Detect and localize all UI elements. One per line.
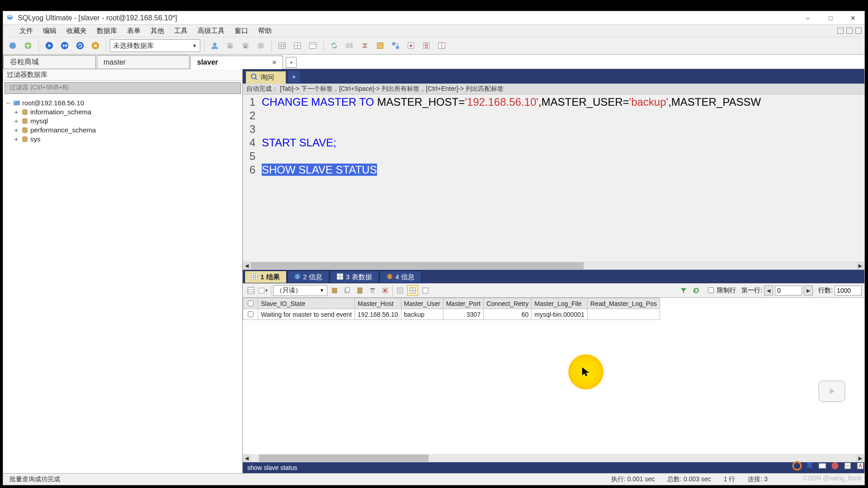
stop-button[interactable] — [89, 39, 102, 52]
tree-database-node[interactable]: +sys — [5, 134, 241, 143]
next-page-button[interactable]: ► — [804, 286, 813, 296]
mdi-close-icon[interactable] — [855, 28, 862, 34]
menu-表单[interactable]: 表单 — [123, 26, 145, 36]
mdi-restore-icon[interactable] — [846, 28, 853, 34]
tray-icon-d[interactable] — [843, 461, 853, 471]
close-button[interactable]: ✕ — [842, 11, 864, 25]
new-connection-button[interactable] — [6, 39, 19, 52]
close-tab-icon[interactable]: × — [272, 58, 276, 66]
result-tab-result[interactable]: 1 结果 — [245, 271, 287, 283]
result-h-scrollbar[interactable]: ◄► — [243, 454, 864, 462]
query-builder-button[interactable] — [373, 39, 387, 52]
save-row-button[interactable] — [329, 285, 340, 296]
cell[interactable]: 192.168.56.10 — [355, 309, 401, 320]
column-header[interactable]: Master_Host — [355, 298, 401, 309]
query-tab[interactable]: 询问 — [245, 71, 286, 84]
cell[interactable]: backup — [401, 309, 443, 320]
menu-其他[interactable]: 其他 — [146, 26, 169, 36]
cell[interactable]: 60 — [483, 309, 531, 320]
form-view-button[interactable]: ▼ — [258, 285, 269, 296]
connection-tab[interactable]: master — [97, 55, 189, 69]
result-tab-tabledata[interactable]: 3 表数据 — [330, 271, 379, 283]
tree-database-node[interactable]: +mysql — [5, 116, 241, 125]
tray-icon-e[interactable] — [855, 461, 865, 471]
cell[interactable]: Waiting for master to send event — [258, 309, 355, 320]
menu-高级工具[interactable]: 高级工具 — [193, 26, 229, 36]
sql-editor[interactable]: 123456 CHANGE MASTER TO MASTER_HOST='192… — [243, 94, 864, 262]
copy-button[interactable] — [342, 285, 353, 296]
cell[interactable]: mysql-bin.000001 — [532, 309, 588, 320]
readonly-selector[interactable]: （只读）▼ — [273, 285, 327, 296]
add-query-tab-button[interactable]: + — [288, 71, 300, 83]
prev-page-button[interactable]: ◄ — [764, 286, 773, 296]
table-row[interactable]: Waiting for master to send event192.168.… — [243, 309, 660, 320]
schema-sync-button[interactable] — [343, 39, 356, 52]
data-sync-button[interactable] — [358, 39, 372, 52]
connection-tab[interactable]: 谷粒商城 — [3, 55, 96, 69]
filter-icon[interactable] — [678, 285, 689, 296]
column-header[interactable]: Master_User — [401, 298, 443, 309]
tray-icon-b[interactable] — [817, 461, 827, 471]
export-button[interactable] — [223, 39, 237, 52]
row-checkbox[interactable] — [243, 309, 258, 320]
grid-view-button[interactable] — [245, 285, 256, 296]
cell[interactable] — [587, 309, 660, 320]
firstrow-input[interactable]: 0 — [775, 286, 802, 296]
execute-all-button[interactable] — [58, 39, 71, 52]
tray-icon-c[interactable] — [830, 461, 840, 471]
add-connection-tab-button[interactable]: + — [286, 57, 297, 68]
column-header[interactable]: Master_Log_File — [532, 298, 588, 309]
column-header[interactable]: Read_Master_Log_Pos — [587, 298, 660, 309]
result-tab-info[interactable]: i4 信息 — [380, 271, 422, 283]
filter-input[interactable]: 过滤器 (Ctrl+Shift+B) — [5, 82, 241, 94]
tray-ime-icon[interactable]: 英 — [805, 461, 815, 471]
tool-b-button[interactable] — [420, 39, 433, 52]
menu-窗口[interactable]: 窗口 — [230, 26, 253, 36]
database-tree[interactable]: − root@192.168.56.10 +information_schema… — [3, 95, 242, 473]
connection-tab[interactable]: slaver× — [190, 56, 283, 69]
tree-database-node[interactable]: +information_schema — [5, 107, 241, 116]
schema-designer-button[interactable] — [389, 39, 402, 52]
grid-view-active-button[interactable] — [407, 285, 418, 296]
backup-button[interactable] — [254, 39, 268, 52]
import-button[interactable] — [239, 39, 252, 52]
grid-button[interactable] — [291, 39, 304, 52]
cell[interactable]: 3307 — [443, 309, 483, 320]
menu-数据库[interactable]: 数据库 — [92, 26, 122, 36]
table-button[interactable] — [275, 39, 289, 52]
editor-h-scrollbar[interactable]: ◄► — [243, 262, 864, 270]
new-query-button[interactable] — [21, 39, 35, 52]
column-header[interactable]: Master_Port — [443, 298, 483, 309]
menu-编辑[interactable]: 编辑 — [38, 26, 61, 36]
checkbox-header[interactable] — [243, 298, 258, 309]
maximize-button[interactable]: □ — [819, 11, 842, 25]
rows-input[interactable]: 1000 — [835, 286, 862, 296]
delete-row-button[interactable] — [367, 285, 378, 296]
minimize-button[interactable]: – — [797, 11, 819, 25]
tool-a-button[interactable] — [404, 39, 418, 52]
result-tab-msg[interactable]: i2 信息 — [288, 271, 330, 283]
sync-button[interactable] — [327, 39, 341, 52]
refresh-result-button[interactable] — [691, 285, 702, 296]
paste-button[interactable] — [354, 285, 365, 296]
menu-文件[interactable]: 文件 — [15, 26, 38, 36]
menu-工具[interactable]: 工具 — [170, 26, 192, 36]
user-manager-button[interactable] — [208, 39, 222, 52]
result-grid[interactable]: Slave_IO_StateMaster_HostMaster_UserMast… — [243, 298, 864, 320]
database-selector[interactable]: 未选择数据库 ▼ — [110, 39, 200, 52]
execute-button[interactable] — [42, 39, 56, 52]
refresh-button[interactable] — [73, 39, 87, 52]
menu-帮助[interactable]: 帮助 — [254, 26, 276, 36]
mdi-minimize-icon[interactable] — [837, 28, 844, 34]
cancel-button[interactable] — [380, 285, 391, 296]
text-view-button[interactable] — [395, 285, 406, 296]
max-view-button[interactable] — [420, 285, 431, 296]
column-header[interactable]: Connect_Retry — [483, 298, 531, 309]
tool-c-button[interactable] — [435, 39, 448, 52]
tree-server-node[interactable]: − root@192.168.56.10 — [5, 98, 241, 107]
tray-icon-a[interactable] — [792, 461, 802, 471]
column-header[interactable]: Slave_IO_State — [258, 298, 355, 309]
limit-checkbox[interactable] — [708, 287, 714, 293]
form-button[interactable] — [306, 39, 320, 52]
menu-收藏夹[interactable]: 收藏夹 — [62, 26, 91, 36]
